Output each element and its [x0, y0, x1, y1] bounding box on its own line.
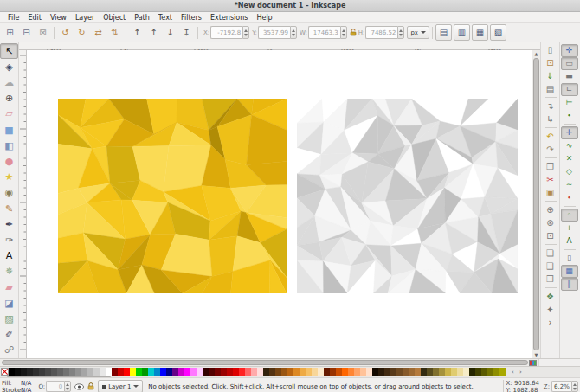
palette-swatch[interactable] — [45, 368, 51, 376]
palette-swatch[interactable] — [421, 368, 427, 376]
palette-swatch[interactable] — [203, 368, 209, 376]
menu-text[interactable]: Text — [154, 14, 177, 22]
tweak-tool[interactable]: ☁ — [0, 74, 18, 90]
width-field[interactable]: W: 17463.3 — [300, 26, 347, 39]
palette-swatch[interactable] — [469, 368, 475, 376]
deselect-button[interactable]: ⊠ — [35, 24, 51, 41]
selector-tool[interactable]: ↖ — [0, 43, 18, 59]
horizontal-scrollbar[interactable] — [0, 359, 526, 366]
palette-swatch[interactable] — [75, 368, 81, 376]
palette-swatch[interactable] — [451, 368, 457, 376]
palette-swatch[interactable] — [384, 368, 390, 376]
zoom-drawing-button[interactable]: ⊕ — [541, 203, 559, 216]
unit-dropdown[interactable]: px — [407, 26, 429, 39]
palette-swatch[interactable] — [51, 368, 57, 376]
measure-tool[interactable]: ▱ — [0, 106, 18, 122]
select-all-layers-button[interactable]: ⊟ — [18, 24, 35, 41]
snap-bbox-centers-toggle[interactable]: ∙ — [561, 109, 578, 122]
palette-swatch[interactable] — [336, 368, 342, 376]
color-managed-toggle[interactable] — [526, 359, 538, 366]
palette-swatch[interactable] — [396, 368, 403, 376]
lock-ratio-icon[interactable] — [350, 29, 357, 36]
width-field-value[interactable]: 17463.3 — [308, 26, 340, 39]
scale-stroke-toggle[interactable]: ▤ — [435, 24, 452, 41]
snap-bbox-toggle[interactable]: ▭ — [561, 57, 578, 70]
pen-tool[interactable]: ✒ — [0, 216, 18, 232]
palette-swatch[interactable] — [142, 368, 148, 376]
palette-swatch[interactable] — [9, 368, 15, 376]
dialogs-button[interactable]: ✦ — [541, 303, 559, 316]
y-position-field[interactable]: Y: 3537.99 — [252, 26, 297, 39]
palette-swatch[interactable] — [184, 368, 190, 376]
palette-swatch[interactable] — [251, 368, 257, 376]
flip-vertical-button[interactable]: ⇅ — [106, 24, 123, 41]
y-field-spinner[interactable] — [290, 26, 297, 39]
flip-horizontal-button[interactable]: ⇄ — [90, 24, 106, 41]
scroll-up-icon[interactable]: ▲ — [532, 50, 540, 57]
palette-swatch[interactable] — [160, 368, 166, 376]
palette-swatch[interactable] — [366, 368, 372, 376]
menu-layer[interactable]: Layer — [71, 14, 99, 22]
palette-swatch[interactable] — [427, 368, 433, 376]
box3d-tool[interactable]: ◧ — [0, 138, 18, 153]
palette-swatch[interactable] — [197, 368, 203, 376]
clone-button[interactable]: ❑ — [541, 260, 559, 273]
snap-centers-toggle[interactable]: ◦ — [561, 209, 578, 222]
palette-swatch[interactable] — [27, 368, 33, 376]
vertical-scrollbar[interactable]: ▲ ▼ — [532, 50, 540, 358]
menu-view[interactable]: View — [46, 14, 71, 22]
snap-guides-toggle[interactable]: ∥ — [561, 278, 578, 291]
fill-stroke-indicator[interactable]: Fill:N/A Stroke:N/A — [0, 380, 33, 392]
palette-swatch[interactable] — [87, 368, 93, 376]
save-button[interactable]: ⇓ — [541, 69, 559, 82]
palette-swatch[interactable] — [318, 368, 324, 376]
palette-swatch[interactable] — [136, 368, 142, 376]
new-document-button[interactable]: ▯ — [541, 43, 559, 56]
node-tool[interactable]: ◈ — [0, 59, 18, 74]
palette-swatch[interactable] — [148, 368, 154, 376]
x-position-field[interactable]: X: -7192.8 — [203, 26, 249, 39]
palette-swatch[interactable] — [239, 368, 245, 376]
duplicate-button[interactable]: ❏ — [541, 247, 559, 260]
palette-swatch[interactable] — [21, 368, 27, 376]
palette-swatch[interactable] — [390, 368, 396, 376]
raise-button[interactable]: ↑ — [145, 24, 162, 41]
palette-swatch[interactable] — [403, 368, 409, 376]
vertical-scroll-thumb[interactable] — [533, 58, 539, 350]
palette-swatch[interactable] — [281, 368, 287, 376]
palette-swatch[interactable] — [39, 368, 45, 376]
palette-swatch[interactable] — [415, 368, 421, 376]
palette-swatch[interactable] — [233, 368, 239, 376]
palette-swatch[interactable] — [57, 368, 63, 376]
palette-swatch[interactable] — [433, 368, 439, 376]
horizontal-scroll-thumb[interactable] — [2, 360, 528, 365]
snap-bbox-corners-toggle[interactable]: ∟ — [561, 83, 578, 96]
palette-swatch[interactable] — [221, 368, 227, 376]
ellipse-tool[interactable]: ● — [0, 153, 18, 169]
snap-bbox-edges-toggle[interactable]: ▬ — [561, 70, 578, 83]
palette-swatch[interactable] — [93, 368, 100, 376]
raise-to-top-button[interactable]: ↥ — [129, 24, 145, 41]
palette-swatch[interactable] — [312, 368, 318, 376]
palette-swatch[interactable] — [330, 368, 336, 376]
palette-swatch[interactable] — [493, 368, 499, 376]
palette-swatch[interactable] — [354, 368, 360, 376]
horizontal-ruler[interactable]: -7500-5k-2500025005k7500 — [19, 42, 540, 50]
width-field-spinner[interactable] — [340, 26, 347, 39]
palette-swatch[interactable] — [69, 368, 75, 376]
more-commands-chevron[interactable]: › — [541, 316, 559, 329]
palette-swatch[interactable] — [475, 368, 481, 376]
spray-tool[interactable]: ✵ — [0, 264, 18, 280]
palette-swatch[interactable] — [33, 368, 39, 376]
snap-text-baseline-toggle[interactable]: A — [561, 235, 578, 247]
zoom-page-button[interactable]: ⊡ — [541, 229, 559, 242]
height-field-spinner[interactable] — [397, 26, 404, 39]
palette-swatch[interactable] — [257, 368, 263, 376]
palette-swatch[interactable] — [215, 368, 221, 376]
zoom-selection-button[interactable]: ⊛ — [541, 216, 559, 229]
palette-swatch[interactable] — [130, 368, 136, 376]
palette-swatch[interactable] — [118, 368, 124, 376]
redo-button[interactable]: ↷ — [541, 143, 559, 156]
menu-help[interactable]: Help — [252, 14, 276, 22]
scroll-down-icon[interactable]: ▼ — [532, 351, 540, 358]
